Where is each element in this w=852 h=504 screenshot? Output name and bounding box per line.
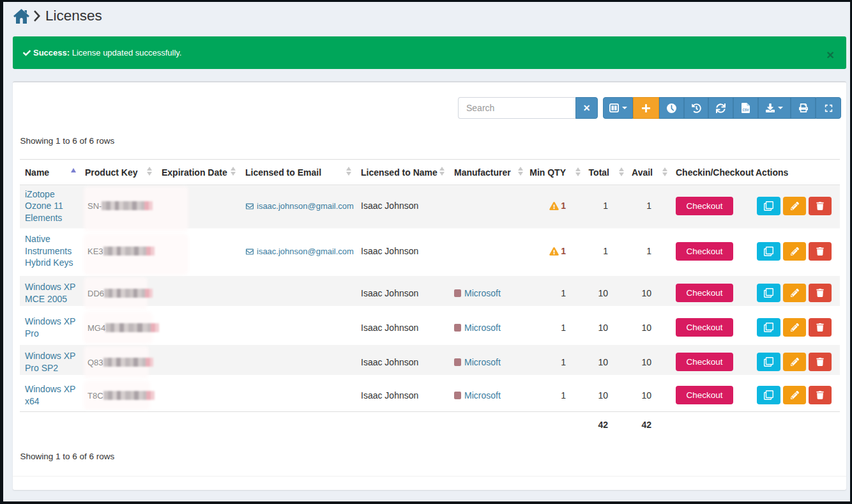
- svg-text:CSV: CSV: [743, 109, 750, 112]
